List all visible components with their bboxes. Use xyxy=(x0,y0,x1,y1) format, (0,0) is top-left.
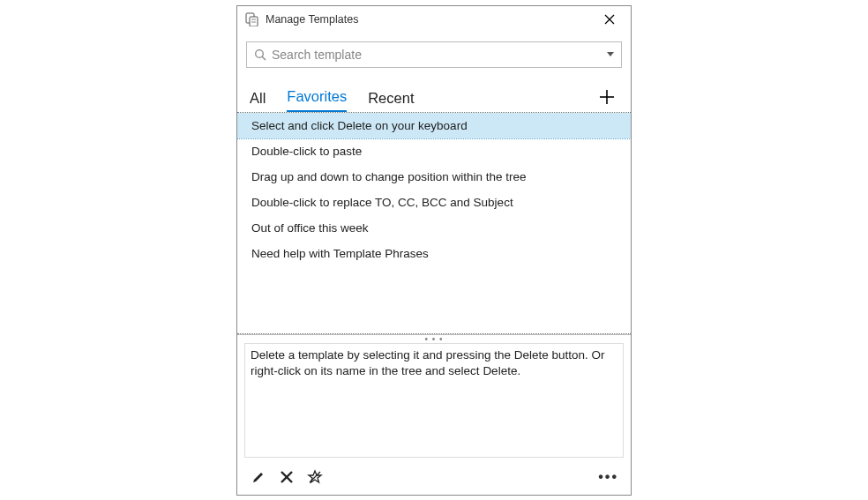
tabs: All Favorites Recent xyxy=(237,71,631,112)
search-dropdown-caret[interactable] xyxy=(607,52,614,56)
tab-recent[interactable]: Recent xyxy=(368,86,414,112)
manage-templates-dialog: Manage Templates All Favorites Recent xyxy=(236,5,632,496)
search-icon xyxy=(254,49,266,61)
add-template-button[interactable] xyxy=(595,86,618,108)
list-item[interactable]: Out of office this week xyxy=(237,215,631,241)
list-item[interactable]: Select and click Delete on your keyboard xyxy=(237,113,631,138)
preview-text: Delete a template by selecting it and pr… xyxy=(251,348,604,377)
close-button[interactable] xyxy=(595,8,624,31)
template-list: Select and click Delete on your keyboard… xyxy=(237,112,631,334)
preview-pane[interactable]: Delete a template by selecting it and pr… xyxy=(244,343,624,458)
window-title: Manage Templates xyxy=(266,13,358,26)
more-button[interactable]: ••• xyxy=(598,469,620,485)
unfavorite-button[interactable] xyxy=(304,466,326,488)
edit-button[interactable] xyxy=(248,466,269,488)
list-item[interactable]: Double-click to replace TO, CC, BCC and … xyxy=(237,190,631,215)
delete-button[interactable] xyxy=(276,466,297,488)
footer-toolbar: ••• xyxy=(237,458,631,495)
svg-line-7 xyxy=(262,56,266,60)
list-item[interactable]: Double-click to paste xyxy=(237,138,631,164)
tab-all[interactable]: All xyxy=(250,86,266,112)
templates-icon xyxy=(244,11,260,27)
list-item[interactable]: Need help with Template Phrases xyxy=(237,241,631,266)
search-box[interactable] xyxy=(246,41,622,68)
splitter-handle[interactable]: • • • xyxy=(237,334,631,343)
search-input[interactable] xyxy=(272,48,607,62)
list-item[interactable]: Drag up and down to change position with… xyxy=(237,164,631,190)
tab-favorites[interactable]: Favorites xyxy=(287,85,347,112)
titlebar: Manage Templates xyxy=(237,6,631,33)
svg-point-6 xyxy=(256,49,264,57)
